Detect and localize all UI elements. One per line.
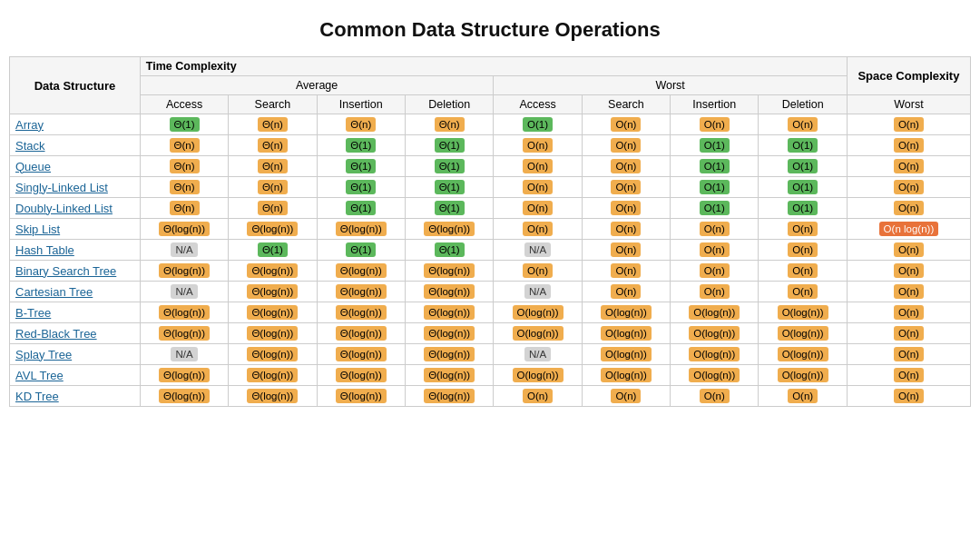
worst-deletion-cell: O(log(n)): [759, 323, 847, 344]
worst-search-badge: O(n): [611, 138, 641, 153]
worst-search-badge: O(n): [611, 284, 641, 299]
table-row: Binary Search TreeΘ(log(n))Θ(log(n))Θ(lo…: [10, 261, 971, 282]
worst-insertion-badge: O(log(n)): [689, 305, 740, 320]
worst-access-badge: O(n): [523, 222, 553, 236]
avg-deletion-badge: Θ(log(n)): [424, 284, 475, 299]
space-badge: O(n): [894, 117, 924, 132]
worst-insertion-badge: O(n): [700, 389, 730, 403]
ds-name-cell[interactable]: Skip List: [10, 219, 141, 240]
table-row: Skip ListΘ(log(n))Θ(log(n))Θ(log(n))Θ(lo…: [10, 219, 971, 240]
worst-insertion-badge: O(log(n)): [689, 347, 740, 361]
avg-deletion-badge: Θ(log(n)): [424, 389, 475, 403]
data-structures-table: Data Structure Time Complexity Space Com…: [9, 56, 971, 407]
worst-insertion-badge: O(n): [700, 117, 730, 132]
ds-name-cell[interactable]: Array: [10, 114, 141, 135]
avg-insertion-badge: Θ(log(n)): [336, 368, 387, 382]
worst-access-cell: O(log(n)): [494, 365, 582, 386]
avg-access-cell: Θ(1): [140, 114, 228, 135]
table-row: Singly-Linked ListΘ(n)Θ(n)Θ(1)Θ(1)O(n)O(…: [10, 177, 971, 198]
worst-insertion-cell: O(log(n)): [671, 302, 759, 323]
worst-search-cell: O(n): [582, 114, 670, 135]
space-cell: O(n): [847, 323, 970, 344]
worst-access-badge: O(log(n)): [513, 368, 564, 382]
avg-insertion-cell: Θ(1): [317, 240, 405, 261]
col-header-worst-insertion: Insertion: [671, 95, 759, 114]
ds-name-cell[interactable]: B-Tree: [10, 302, 141, 323]
worst-insertion-badge: O(1): [700, 180, 730, 194]
space-cell: O(n): [847, 177, 970, 198]
worst-insertion-cell: O(n): [671, 114, 759, 135]
avg-access-cell: Θ(log(n)): [140, 386, 228, 407]
space-cell: O(n): [847, 135, 970, 156]
avg-deletion-cell: Θ(log(n)): [405, 344, 493, 365]
worst-insertion-cell: O(n): [671, 261, 759, 282]
avg-access-cell: Θ(log(n)): [140, 365, 228, 386]
worst-deletion-cell: O(log(n)): [759, 302, 847, 323]
avg-deletion-badge: Θ(log(n)): [424, 347, 475, 361]
avg-insertion-cell: Θ(log(n)): [317, 282, 405, 302]
ds-name-cell[interactable]: Hash Table: [10, 240, 141, 261]
avg-deletion-cell: Θ(1): [405, 135, 493, 156]
avg-access-badge: Θ(log(n)): [159, 326, 210, 341]
space-cell: O(n): [847, 302, 970, 323]
worst-deletion-badge: O(n): [788, 222, 818, 236]
page-wrapper: Common Data Structure Operations Data St…: [9, 18, 971, 407]
col-header-ds: Data Structure: [10, 57, 141, 114]
avg-deletion-badge: Θ(1): [435, 242, 465, 257]
ds-name-cell[interactable]: Red-Black Tree: [10, 323, 141, 344]
space-badge: O(n): [894, 305, 924, 320]
avg-deletion-cell: Θ(1): [405, 156, 493, 177]
worst-access-cell: N/A: [494, 240, 582, 261]
worst-insertion-cell: O(1): [671, 156, 759, 177]
worst-access-cell: O(n): [494, 219, 582, 240]
avg-search-cell: Θ(log(n)): [229, 365, 317, 386]
avg-deletion-badge: Θ(log(n)): [424, 263, 475, 278]
table-row: Splay TreeN/AΘ(log(n))Θ(log(n))Θ(log(n))…: [10, 344, 971, 365]
avg-insertion-cell: Θ(log(n)): [317, 365, 405, 386]
worst-access-cell: O(n): [494, 135, 582, 156]
worst-insertion-cell: O(1): [671, 177, 759, 198]
worst-deletion-cell: O(1): [759, 177, 847, 198]
ds-name-cell[interactable]: Queue: [10, 156, 141, 177]
worst-insertion-badge: O(1): [700, 201, 730, 215]
avg-insertion-badge: Θ(log(n)): [336, 284, 387, 299]
ds-name-cell[interactable]: Splay Tree: [10, 344, 141, 365]
worst-access-cell: O(log(n)): [494, 323, 582, 344]
avg-access-badge: N/A: [171, 242, 197, 257]
avg-access-cell: N/A: [140, 240, 228, 261]
space-cell: O(n): [847, 386, 970, 407]
worst-access-badge: N/A: [524, 347, 551, 361]
worst-deletion-badge: O(log(n)): [778, 368, 828, 382]
avg-insertion-badge: Θ(1): [346, 159, 376, 173]
worst-access-cell: N/A: [494, 344, 582, 365]
ds-name-cell[interactable]: Stack: [10, 135, 141, 156]
worst-deletion-cell: O(n): [759, 219, 847, 240]
avg-search-badge: Θ(log(n)): [247, 326, 298, 341]
worst-access-badge: O(n): [523, 263, 553, 278]
space-badge: O(n): [894, 159, 924, 173]
table-row: Red-Black TreeΘ(log(n))Θ(log(n))Θ(log(n)…: [10, 323, 971, 344]
ds-name-cell[interactable]: Cartesian Tree: [10, 282, 141, 302]
space-cell: O(n): [847, 198, 970, 219]
avg-search-badge: Θ(log(n)): [247, 368, 298, 382]
avg-access-cell: N/A: [140, 282, 228, 302]
space-badge: O(n): [894, 138, 924, 153]
worst-search-badge: O(log(n)): [601, 368, 652, 382]
avg-search-badge: Θ(n): [258, 117, 288, 132]
avg-search-badge: Θ(log(n)): [247, 389, 298, 403]
ds-name-cell[interactable]: Singly-Linked List: [10, 177, 141, 198]
avg-search-badge: Θ(log(n)): [247, 222, 298, 236]
ds-name-cell[interactable]: KD Tree: [10, 386, 141, 407]
worst-deletion-badge: O(log(n)): [778, 347, 828, 361]
table-row: Cartesian TreeN/AΘ(log(n))Θ(log(n))Θ(log…: [10, 282, 971, 302]
table-row: QueueΘ(n)Θ(n)Θ(1)Θ(1)O(n)O(n)O(1)O(1)O(n…: [10, 156, 971, 177]
avg-search-cell: Θ(n): [229, 198, 317, 219]
worst-access-cell: O(n): [494, 386, 582, 407]
worst-access-badge: N/A: [524, 242, 551, 257]
ds-name-cell[interactable]: Doubly-Linked List: [10, 198, 141, 219]
avg-deletion-badge: Θ(1): [435, 180, 465, 194]
avg-access-cell: Θ(log(n)): [140, 323, 228, 344]
worst-deletion-badge: O(n): [788, 117, 818, 132]
ds-name-cell[interactable]: Binary Search Tree: [10, 261, 141, 282]
ds-name-cell[interactable]: AVL Tree: [10, 365, 141, 386]
